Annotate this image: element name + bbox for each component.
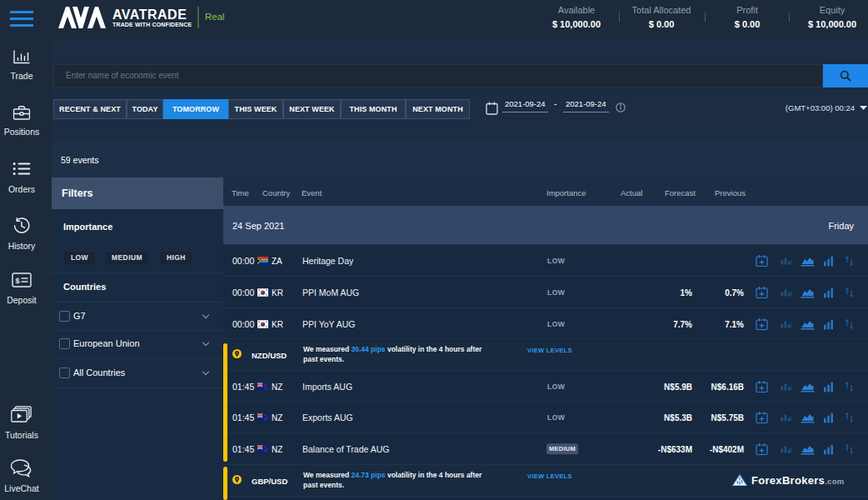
svg-text:$: $: [16, 277, 20, 285]
